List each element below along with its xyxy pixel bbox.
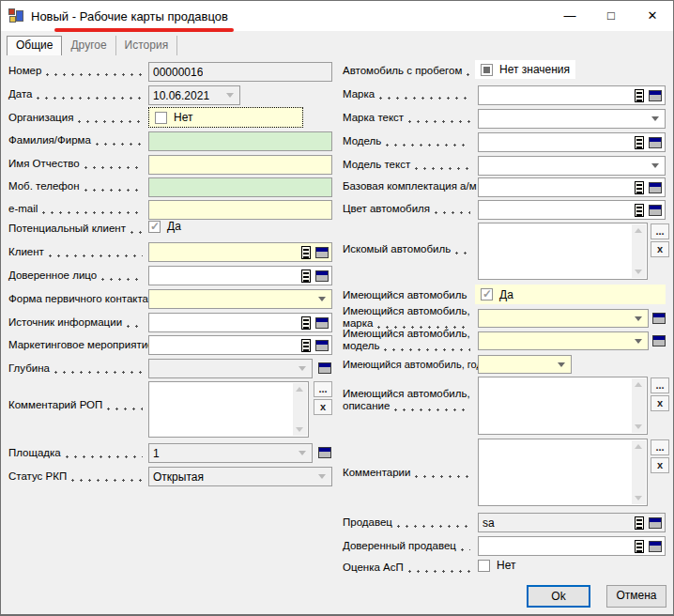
open-form-icon[interactable] [649, 182, 662, 193]
label-imya-otchestvo: Имя Отчество [8, 158, 146, 170]
scroll-down-icon[interactable] [635, 424, 642, 429]
scroll-down-icon[interactable] [635, 270, 642, 274]
model-text-dropdown[interactable] [478, 156, 666, 176]
expand-text-button[interactable]: ... [651, 377, 669, 393]
potencialny-klient-checkbox-row: Да [143, 217, 187, 236]
open-form-icon[interactable] [649, 541, 662, 552]
scrollbar[interactable] [293, 383, 307, 436]
tab-drugoe[interactable]: Другое [62, 36, 115, 55]
dropdown-arrow-icon[interactable] [318, 297, 326, 301]
scroll-down-icon[interactable] [296, 427, 303, 432]
open-form-icon[interactable] [649, 517, 662, 529]
mob-telefon-input[interactable] [148, 177, 332, 197]
scrollbar[interactable] [632, 378, 646, 433]
clear-text-button[interactable]: x [651, 241, 669, 257]
imeyushchiysya-opisanie-textarea[interactable] [478, 377, 648, 435]
label-imeyushchiysya-model: Имеющийся автомобиль, модель [343, 328, 474, 352]
scroll-up-icon[interactable] [635, 444, 642, 449]
scrollbar[interactable] [632, 440, 646, 504]
doverennoe-lico-input[interactable] [148, 266, 332, 285]
scroll-up-icon[interactable] [635, 228, 642, 233]
close-button[interactable]: ✕ [632, 1, 673, 31]
expand-text-button[interactable]: ... [314, 381, 332, 397]
open-form-button[interactable] [318, 362, 331, 374]
clear-text-button[interactable]: x [651, 395, 669, 411]
doverenny-prodavec-input[interactable] [478, 536, 666, 556]
expand-text-button[interactable]: ... [651, 223, 669, 239]
checkbox-icon[interactable] [155, 112, 167, 124]
app-icon [8, 8, 23, 23]
checkbox-indeterminate-icon[interactable] [481, 64, 493, 76]
forma-kontakta-dropdown[interactable] [148, 289, 332, 309]
imeyushchiysya-god-dropdown[interactable] [478, 355, 572, 374]
status-rkp-dropdown: Открытая [148, 467, 332, 486]
istochnik-informacii-input[interactable] [148, 313, 332, 332]
marka-text-dropdown[interactable] [478, 109, 666, 129]
dot-leader [49, 254, 143, 257]
select-list-icon[interactable] [635, 136, 644, 149]
dropdown-arrow-icon[interactable] [558, 362, 565, 367]
open-form-button[interactable] [652, 313, 666, 324]
tab-istoriya[interactable]: История [116, 36, 178, 55]
label-ploshadka: Площадка [8, 447, 146, 459]
checkbox-icon[interactable] [478, 560, 490, 572]
open-form-icon[interactable] [315, 340, 329, 351]
label-mob-telefon: Моб. телефон [8, 180, 146, 192]
open-form-icon[interactable] [315, 317, 329, 329]
select-list-icon[interactable] [301, 246, 311, 259]
expand-text-button[interactable]: ... [651, 439, 669, 455]
tab-strip: Общие Другое История [7, 36, 177, 55]
open-form-button[interactable] [318, 447, 331, 458]
select-list-icon[interactable] [635, 204, 644, 217]
scroll-down-icon[interactable] [635, 496, 642, 500]
scroll-up-icon[interactable] [296, 387, 303, 392]
open-form-icon[interactable] [649, 90, 662, 101]
select-list-icon[interactable] [635, 181, 644, 194]
kommentariy-rop-textarea[interactable] [148, 381, 309, 438]
dropdown-arrow-icon [299, 451, 306, 455]
maximize-button[interactable]: □ [590, 1, 632, 31]
open-form-button[interactable] [652, 335, 666, 346]
title-bar: Новый - Рабочие карты продавцов — □ ✕ [1, 1, 673, 31]
bazovaya-komplektaciya-input[interactable] [478, 177, 666, 197]
label-iskomy-avtomobil: Искомый автомобиль [343, 243, 474, 255]
clear-text-button[interactable]: x [314, 399, 332, 415]
open-form-icon[interactable] [315, 270, 329, 282]
ocenka-asp-checkbox-row[interactable]: Нет [472, 556, 521, 575]
familia-firma-input[interactable] [148, 131, 332, 151]
select-list-icon[interactable] [301, 339, 311, 352]
scrollbar[interactable] [632, 224, 646, 278]
dropdown-arrow-icon[interactable] [651, 163, 659, 168]
imeyushchiysya-marka-dropdown[interactable] [478, 309, 649, 328]
select-list-icon[interactable] [635, 516, 644, 530]
organizaciya-checkbox-row[interactable]: Нет [148, 107, 303, 128]
imeyushchiysya-model-dropdown[interactable] [478, 331, 649, 350]
dropdown-arrow-icon[interactable] [651, 116, 659, 121]
imya-otchestvo-input[interactable] [148, 155, 332, 175]
marka-input[interactable] [478, 85, 666, 105]
minimize-button[interactable]: — [549, 1, 590, 31]
klient-input[interactable] [148, 242, 332, 262]
label-marka: Марка [343, 88, 474, 100]
select-list-icon[interactable] [635, 540, 644, 553]
kommentarii-textarea[interactable] [478, 439, 648, 506]
avto-probeg-checkbox-row[interactable]: Нет значения [475, 60, 575, 79]
marketingovoe-input[interactable] [148, 335, 332, 355]
open-form-icon[interactable] [649, 205, 662, 216]
select-list-icon[interactable] [301, 270, 311, 283]
select-list-icon[interactable] [301, 316, 311, 330]
label-imeyushchiysya-god: Имеющийся автомобиль, год [343, 359, 475, 371]
dropdown-arrow-icon[interactable] [635, 339, 642, 344]
iskomy-avtomobil-textarea[interactable] [478, 223, 648, 280]
ok-button[interactable]: Ok [527, 585, 590, 608]
open-form-icon[interactable] [315, 247, 329, 258]
cancel-button[interactable]: Отмена [606, 585, 666, 608]
tab-obshchie[interactable]: Общие [7, 36, 62, 55]
cvet-avtomobilya-input[interactable] [478, 200, 666, 220]
model-input[interactable] [478, 132, 666, 152]
clear-text-button[interactable]: x [651, 457, 669, 473]
scroll-up-icon[interactable] [635, 382, 642, 387]
select-list-icon[interactable] [635, 89, 644, 102]
open-form-icon[interactable] [649, 137, 662, 148]
dropdown-arrow-icon[interactable] [635, 316, 642, 321]
